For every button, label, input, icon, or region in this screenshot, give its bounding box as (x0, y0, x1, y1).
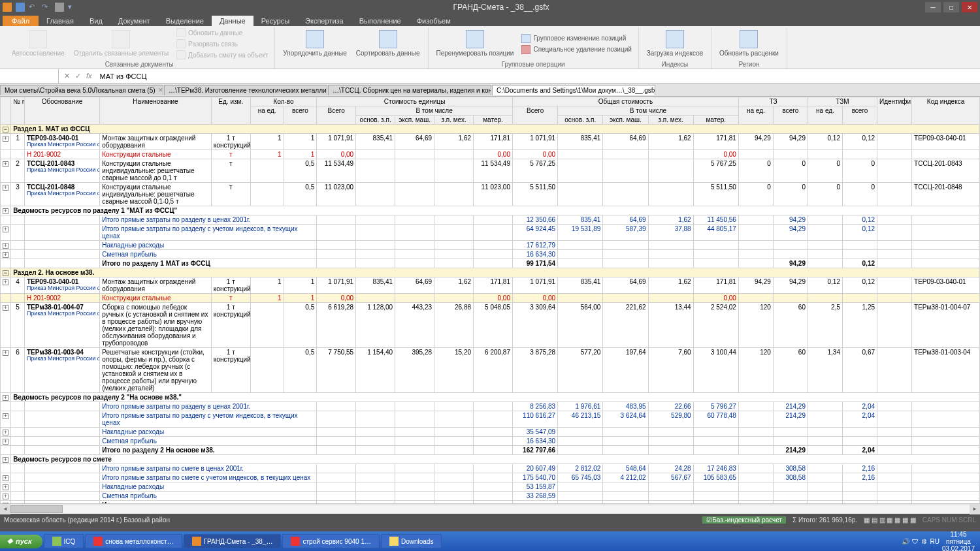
estimate-grid[interactable]: № п.п Обоснование Наименование Ед. изм. … (0, 97, 980, 503)
accept-icon[interactable]: ✓ (74, 72, 82, 80)
tab-document[interactable]: Документ (110, 16, 158, 26)
scroll-right-button[interactable]: ► (970, 504, 980, 514)
order-data-button[interactable]: Упорядочить данные (279, 29, 350, 59)
update-prices-button[interactable]: Обновить расценки (715, 29, 783, 59)
expand-icon[interactable]: + (3, 243, 8, 249)
expand-icon[interactable]: + (3, 185, 8, 191)
taskbar-item[interactable]: Downloads (381, 534, 442, 548)
close-button[interactable]: ✕ (962, 2, 977, 12)
table-row[interactable]: Итого прямые затраты по разделу в ценах … (1, 215, 980, 225)
expand-icon[interactable]: + (3, 136, 8, 142)
system-tray[interactable]: 🔊 🛡 ⚙ RU 11:45пятница03.02.2017 (896, 531, 980, 552)
fx-icon[interactable]: fx (85, 72, 93, 80)
expand-icon[interactable]: + (3, 494, 8, 499)
expand-icon[interactable]: + (3, 457, 8, 463)
expand-icon[interactable]: + (3, 227, 8, 232)
renumber-button[interactable]: Перенумеровать позиции (433, 29, 518, 59)
table-row[interactable]: Н 201-9002Конструкции стальныет 110,000,… (1, 150, 980, 159)
expand-icon[interactable]: + (3, 430, 8, 435)
table-row[interactable]: + 1 ТЕР09-03-040-01Приказ Минстроя Росси… (1, 134, 980, 150)
hdr-idx[interactable]: Код индекса (912, 97, 980, 125)
tray-icon[interactable]: ⚙ (921, 538, 927, 545)
table-row[interactable]: +Сметная прибыль33 268,59 (1, 492, 980, 501)
hdr-qty[interactable]: Кол-во (250, 97, 316, 106)
sort-data-button[interactable]: Сортировать данные (352, 29, 424, 59)
table-row[interactable]: +Накладные расходы17 612,79 (1, 241, 980, 250)
expand-icon[interactable]: + (3, 413, 8, 419)
group-change-button[interactable]: Групповое изменение позиций (519, 33, 634, 44)
tab-selection[interactable]: Выделение (158, 16, 212, 26)
hdr-id[interactable]: Идентифи катор (877, 97, 912, 125)
cancel-icon[interactable]: ✕ (63, 72, 71, 80)
hdr-unit[interactable]: Ед. изм. (211, 97, 250, 125)
horizontal-scrollbar[interactable]: ◄ ► (0, 503, 980, 514)
doc-tab[interactable]: …\ТССЦ. Сборник цен на материалы, издели… (328, 85, 491, 95)
section-row[interactable]: −Раздел 1. МАТ из ФССЦ (1, 125, 980, 134)
view-buttons[interactable]: ▦ ▤ ▥ ▦ ▦ ▦ ▦ (864, 516, 916, 524)
tab-main[interactable]: Главная (39, 16, 82, 26)
expand-icon[interactable]: + (3, 161, 8, 167)
expand-icon[interactable]: + (3, 350, 8, 356)
table-row[interactable]: Итого по разделу 2 На основе м38.162 797… (1, 446, 980, 455)
table-row[interactable]: +Итого прямые затраты по разделу с учето… (1, 411, 980, 428)
close-icon[interactable]: ✕ (158, 87, 163, 93)
table-row[interactable]: +Итого прямые затраты по разделу с учето… (1, 225, 980, 241)
start-button[interactable]: ❖ пуск (0, 535, 42, 548)
collapse-icon[interactable]: − (3, 127, 8, 133)
scroll-track[interactable] (10, 505, 970, 513)
table-row[interactable]: +Сметная прибыль16 634,30 (1, 250, 980, 259)
load-indexes-button[interactable]: Загрузка индексов (643, 29, 707, 59)
hdr-code[interactable]: Обоснование (24, 97, 99, 125)
print-icon[interactable] (55, 3, 64, 12)
minimize-button[interactable]: ─ (925, 2, 941, 12)
doc-tab[interactable]: Мои сметы\Стройка века 5.0\Локальная сме… (0, 85, 163, 95)
expand-icon[interactable]: + (3, 208, 8, 214)
table-row[interactable]: +Итого прямые затраты по смете с учетом … (1, 473, 980, 482)
table-row[interactable]: +3 ТССЦ-201-0848Приказ Минстроя России о… (1, 183, 980, 206)
cell-ref[interactable] (0, 69, 59, 83)
dropdown-icon[interactable]: ▾ (68, 3, 77, 12)
hdr-tz[interactable]: ТЗ (738, 97, 808, 106)
tab-expertise[interactable]: Экспертиза (297, 16, 351, 26)
hdr-tcost[interactable]: Общая стоимость (513, 97, 739, 106)
formula-input[interactable] (97, 69, 980, 83)
doc-tab[interactable]: C:\Documents and Settings\1\Мои докум…\_… (492, 85, 655, 95)
table-row[interactable]: +5 ТЕРм38-01-004-07Приказ Минстроя Росси… (1, 303, 980, 348)
subsection-row[interactable]: +Ведомость ресурсов по смете (1, 455, 980, 464)
expand-icon[interactable]: + (3, 439, 8, 445)
expand-icon[interactable]: + (3, 279, 8, 285)
doc-tab[interactable]: …\ТЕРм38. Изготовление технологических м… (164, 85, 327, 95)
subsection-row[interactable]: +Ведомость ресурсов по разделу 2 "На осн… (1, 393, 980, 402)
hdr-ucost[interactable]: Стоимость единицы (317, 97, 513, 106)
expand-icon[interactable]: + (3, 475, 8, 481)
collapse-icon[interactable]: − (3, 503, 8, 503)
table-row[interactable]: +Накладные расходы35 547,09 (1, 428, 980, 437)
language-indicator[interactable]: RU (930, 538, 939, 545)
table-row[interactable]: +6 ТЕРм38-01-003-04Приказ Минстроя Росси… (1, 348, 980, 393)
tray-icon[interactable]: 🔊 (902, 538, 909, 545)
taskbar-item[interactable]: ICQ (44, 534, 84, 548)
table-row[interactable]: +2 ТССЦ-201-0843Приказ Минстроя России о… (1, 159, 980, 183)
special-delete-button[interactable]: Специальное удаление позиций (519, 44, 634, 55)
table-row[interactable]: Итого прямые затраты по разделу в ценах … (1, 402, 980, 411)
section-row[interactable]: −Раздел 2. На основе м38. (1, 268, 980, 277)
table-row[interactable]: −Итоги по смете: (1, 501, 980, 504)
save-icon[interactable] (16, 3, 25, 12)
tab-view[interactable]: Вид (82, 16, 110, 26)
scroll-left-button[interactable]: ◄ (0, 504, 10, 514)
grid-area[interactable]: № п.п Обоснование Наименование Ед. изм. … (0, 97, 980, 503)
taskbar-item[interactable]: строй сервис 9040 1… (282, 534, 379, 548)
table-row[interactable]: Итого по разделу 1 МАТ из ФССЦ99 171,549… (1, 259, 980, 268)
subsection-row[interactable]: +Ведомость ресурсов по разделу 1 "МАТ из… (1, 206, 980, 215)
hdr-tzm[interactable]: ТЗМ (808, 97, 877, 106)
table-row[interactable]: Итого прямые затраты по смете в ценах 20… (1, 464, 980, 473)
maximize-button[interactable]: □ (943, 2, 959, 12)
table-row[interactable]: +Накладные расходы53 159,87 (1, 482, 980, 492)
taskbar-item[interactable]: ГРАНД-Смета - _38_… (184, 534, 282, 548)
undo-icon[interactable]: ↶ (29, 3, 38, 12)
qat-icon[interactable] (3, 3, 12, 12)
collapse-icon[interactable]: − (3, 270, 8, 276)
tab-physvolume[interactable]: Физобъем (409, 16, 459, 26)
table-row[interactable]: Н 201-9002Конструкции стальныет 110,000,… (1, 294, 980, 303)
table-row[interactable]: +4 ТЕР09-03-040-01Приказ Минстроя России… (1, 277, 980, 294)
